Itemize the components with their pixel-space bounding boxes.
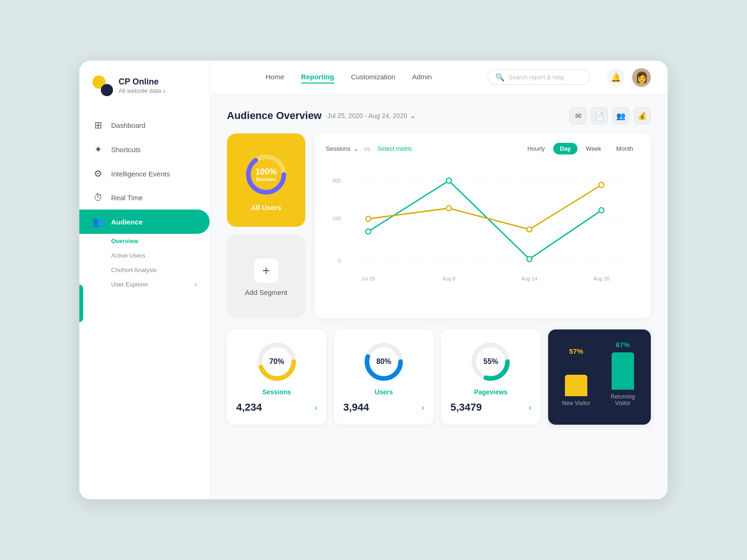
topnav-home[interactable]: Home [266, 71, 284, 84]
add-segment-card[interactable]: + Add Segment [227, 234, 305, 318]
topnav-reporting[interactable]: Reporting [301, 71, 334, 84]
all-users-label: All Users [251, 203, 281, 211]
svg-point-16 [599, 208, 604, 213]
svg-point-13 [366, 229, 371, 234]
all-users-segment-card[interactable]: 100% Sessions All Users [227, 133, 305, 227]
email-action-button[interactable]: ✉ [570, 107, 586, 124]
shortcuts-icon: ✦ [92, 144, 104, 155]
time-tab-hourly[interactable]: Hourly [521, 143, 551, 154]
svg-text:0: 0 [338, 258, 341, 264]
topnav-customization[interactable]: Customization [351, 71, 395, 84]
segment-col: 100% Sessions All Users + Add Segment [227, 133, 305, 318]
intelligence-icon: ⚙ [92, 168, 104, 179]
main-area: Home Reporting Customization Admin 🔍 Sea… [210, 61, 668, 499]
pageviews-value: 5,3479 [451, 401, 482, 413]
sidebar-nav: ⊞ Dashboard ✦ Shortcuts ⚙ Intelligence E… [79, 107, 210, 499]
topnav-admin[interactable]: Admin [412, 71, 432, 84]
sidebar-accent [79, 285, 83, 322]
date-range-chevron-icon: ⌄ [410, 112, 416, 119]
logo-icon [92, 76, 113, 96]
sidebar: CP Online All website data › ⊞ Dashboard… [79, 61, 210, 499]
svg-point-20 [599, 182, 604, 188]
stats-row: 70% Sessions 4,234 › 80% [227, 329, 651, 425]
app-title: CP Online [119, 77, 165, 87]
submenu-item-overview[interactable]: Overview [79, 234, 210, 248]
svg-point-14 [446, 178, 451, 183]
returning-visitor-col: 67% Returning Visitor [604, 341, 641, 406]
returning-visitor-bar-wrap [612, 352, 634, 390]
sessions-pct: 70% [269, 357, 284, 366]
sessions-stat-label: Sessions [262, 388, 291, 396]
topnav-right: 🔔 👩 [607, 68, 651, 87]
line-chart-svg: 300 150 0 Jul 29 Aug 6 Aug 14 Aug 20 [326, 162, 640, 293]
visitors-card: 57% New Visitor 67% Returning Visitor [548, 329, 651, 425]
svg-text:Aug 20: Aug 20 [593, 276, 609, 281]
audience-submenu: Overview Active Users Chohort Analysis U… [79, 234, 210, 292]
select-metric-link[interactable]: Select metric [377, 145, 412, 152]
pageviews-pct: 55% [483, 357, 498, 366]
export-action-button[interactable]: 📄 [591, 107, 608, 124]
svg-text:Aug 14: Aug 14 [521, 276, 537, 281]
submenu-item-cohort[interactable]: Chohort Analysis [79, 263, 210, 277]
stat-card-users: 80% Users 3,944 › [334, 329, 433, 425]
time-tab-day[interactable]: Day [553, 143, 578, 154]
pageviews-donut: 55% [470, 341, 512, 383]
audience-icon: 👥 [92, 216, 104, 227]
svg-text:300: 300 [332, 178, 341, 183]
new-visitor-col: 57% New Visitor [557, 347, 595, 406]
app-window: CP Online All website data › ⊞ Dashboard… [79, 61, 668, 499]
logo-text: CP Online All website data › [119, 77, 165, 95]
notification-bell-button[interactable]: 🔔 [607, 69, 625, 86]
chart-card: Sessions ⌄ vs. Select metric Hourly Day … [315, 133, 651, 318]
svg-point-17 [366, 216, 371, 221]
search-bar[interactable]: 🔍 Search report & help [487, 70, 590, 85]
time-tab-week[interactable]: Week [579, 143, 608, 154]
logo-dark-circle [101, 84, 113, 96]
sidebar-item-realtime[interactable]: ⏱ Real Time [79, 186, 210, 210]
returning-visitor-label: Returning Visitor [604, 393, 641, 406]
subtitle-arrow-icon: › [163, 87, 165, 95]
submenu-item-user-explorer[interactable]: User Explorer › [79, 277, 210, 292]
sessions-arrow-icon[interactable]: › [314, 403, 317, 413]
users-arrow-icon[interactable]: › [422, 403, 424, 413]
section-actions: ✉ 📄 👥 💰 [570, 107, 651, 124]
new-visitor-label: New Visitor [562, 400, 590, 406]
sessions-value-row: 4,234 › [236, 401, 317, 413]
add-segment-label: Add Segment [245, 288, 288, 296]
time-tab-month[interactable]: Month [610, 143, 640, 154]
topnav: Home Reporting Customization Admin 🔍 Sea… [210, 61, 668, 94]
search-icon: 🔍 [495, 73, 505, 82]
all-users-donut: 100% Sessions [243, 151, 289, 198]
svg-text:150: 150 [332, 216, 341, 221]
chart-svg-wrap: 300 150 0 Jul 29 Aug 6 Aug 14 Aug 20 [326, 162, 640, 293]
time-tabs: Hourly Day Week Month [521, 143, 640, 154]
pageviews-arrow-icon[interactable]: › [529, 403, 531, 413]
sessions-chevron-icon: ⌄ [353, 145, 359, 152]
share-action-button[interactable]: 👥 [613, 107, 629, 124]
sessions-donut: 70% [256, 341, 298, 383]
sidebar-item-audience[interactable]: 👥 Audience [79, 210, 210, 234]
money-action-button[interactable]: 💰 [634, 107, 651, 124]
section-title: Audience Overview [227, 110, 322, 122]
new-visitor-bar-wrap [565, 359, 587, 396]
sidebar-item-dashboard[interactable]: ⊞ Dashboard [79, 113, 210, 137]
date-range[interactable]: Jul 25, 2020 - Aug 24, 2020 ⌄ [327, 112, 416, 119]
users-value-row: 3,944 › [343, 401, 424, 413]
returning-visitor-bar [612, 352, 634, 390]
app-subtitle[interactable]: All website data › [119, 87, 165, 95]
dashboard-icon: ⊞ [92, 119, 104, 131]
user-explorer-arrow-icon: › [195, 281, 197, 288]
add-segment-plus-icon: + [254, 259, 278, 283]
sidebar-item-intelligence[interactable]: ⚙ Intelligence Events [79, 161, 210, 186]
pageviews-stat-label: Pageviews [474, 388, 508, 396]
all-users-pct: 100% Sessions [255, 167, 277, 182]
chart-section: 100% Sessions All Users + Add Segment [227, 133, 651, 318]
user-avatar[interactable]: 👩 [632, 68, 651, 87]
logo-area: CP Online All website data › [79, 61, 210, 107]
sidebar-item-shortcuts[interactable]: ✦ Shortcuts [79, 137, 210, 161]
chart-controls: Sessions ⌄ vs. Select metric Hourly Day … [326, 143, 640, 154]
submenu-item-active-users[interactable]: Active Users [79, 248, 210, 263]
realtime-icon: ⏱ [92, 192, 104, 203]
new-visitor-bar [565, 375, 587, 396]
sessions-dropdown[interactable]: Sessions ⌄ [326, 145, 359, 152]
